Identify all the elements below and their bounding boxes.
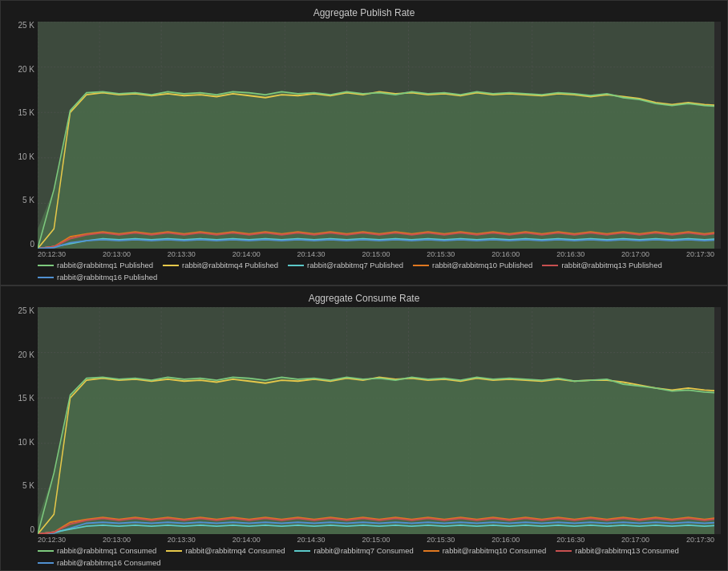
legend-color-rabbit13-consumed	[556, 550, 572, 552]
consume-y-axis: 25 K 20 K 15 K 10 K 5 K 0	[7, 307, 38, 534]
legend-item-rabbit13-consumed: rabbit@rabbitmq13 Consumed	[556, 546, 679, 555]
publish-x-axis: 20:12:30 20:13:00 20:13:30 20:14:00 20:1…	[38, 249, 714, 258]
publish-rate-chart: Aggregate Publish Rate 25 K 20 K 15 K 10…	[0, 0, 728, 286]
publish-plot	[38, 22, 721, 249]
legend-item-rabbit10-consumed: rabbit@rabbitmq10 Consumed	[423, 546, 547, 555]
publish-rate-title: Aggregate Publish Rate	[7, 7, 721, 18]
publish-y-axis: 25 K 20 K 15 K 10 K 5 K 0	[7, 22, 38, 249]
consume-plot	[38, 307, 721, 534]
svg-marker-17	[38, 91, 721, 249]
legend-item-rabbit4-consumed: rabbit@rabbitmq4 Consumed	[166, 546, 285, 555]
legend-color-rabbit16-published	[38, 277, 54, 278]
consume-rate-title: Aggregate Consume Rate	[7, 293, 721, 304]
legend-item-rabbit4-published: rabbit@rabbitmq4 Published	[163, 261, 278, 269]
legend-item-rabbit7-consumed: rabbit@rabbitmq7 Consumed	[294, 546, 413, 555]
consume-rate-chart: Aggregate Consume Rate 25 K 20 K 15 K 10…	[0, 286, 728, 571]
legend-item-rabbit16-consumed: rabbit@rabbitmq16 Consumed	[38, 558, 161, 567]
publish-legend: rabbit@rabbitmq1 Published rabbit@rabbit…	[38, 261, 721, 281]
legend-color-rabbit4-published	[163, 265, 179, 266]
legend-color-rabbit4-consumed	[166, 550, 182, 552]
legend-color-rabbit10-consumed	[423, 550, 439, 552]
legend-color-rabbit7-consumed	[294, 550, 310, 552]
legend-item-rabbit1-consumed: rabbit@rabbitmq1 Consumed	[38, 546, 156, 555]
legend-color-rabbit10-published	[413, 265, 429, 266]
svg-marker-35	[38, 377, 721, 534]
consume-x-axis: 20:12:30 20:13:00 20:13:30 20:14:00 20:1…	[38, 534, 714, 544]
legend-item-rabbit16-published: rabbit@rabbitmq16 Published	[38, 273, 157, 281]
legend-color-rabbit7-published	[288, 265, 304, 266]
legend-item-rabbit1-published: rabbit@rabbitmq1 Published	[38, 261, 153, 269]
legend-color-rabbit13-published	[542, 265, 558, 266]
legend-color-rabbit1-consumed	[38, 550, 54, 552]
consume-legend: rabbit@rabbitmq1 Consumed rabbit@rabbitm…	[38, 546, 721, 567]
legend-item-rabbit13-published: rabbit@rabbitmq13 Published	[542, 261, 661, 269]
legend-color-rabbit1-published	[38, 265, 54, 266]
legend-color-rabbit16-consumed	[38, 562, 54, 564]
legend-item-rabbit7-published: rabbit@rabbitmq7 Published	[288, 261, 403, 269]
legend-item-rabbit10-published: rabbit@rabbitmq10 Published	[413, 261, 532, 269]
